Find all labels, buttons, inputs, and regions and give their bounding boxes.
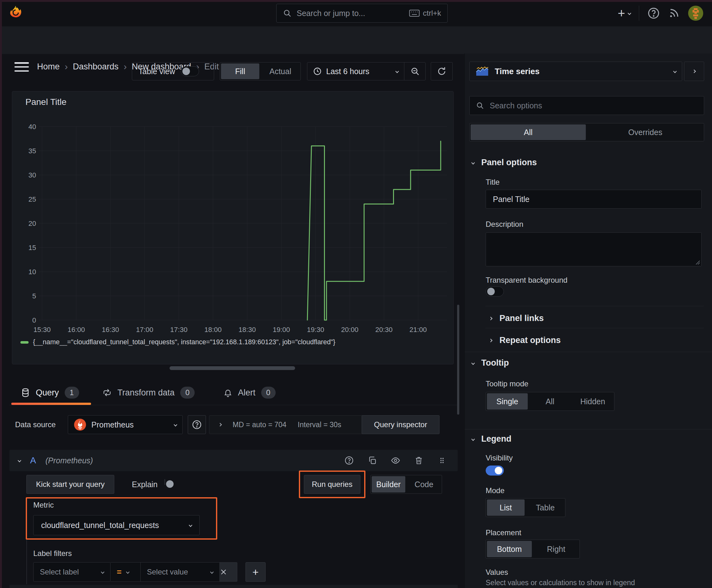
fill-option[interactable]: Fill — [221, 63, 259, 79]
grafana-edit-panel-page: Search or jump to... ctrl+k + Home › — [0, 0, 712, 588]
time-range-button[interactable]: Last 6 hours — [307, 67, 404, 76]
remove-filter-button[interactable] — [220, 562, 237, 582]
breadcrumb-home[interactable]: Home — [37, 62, 60, 71]
resize-handle-icon[interactable] — [695, 260, 700, 265]
toggle-visibility-icon[interactable] — [389, 454, 403, 467]
search-icon — [476, 102, 484, 110]
breadcrumb-dashboards[interactable]: Dashboards — [73, 62, 118, 71]
database-icon — [21, 387, 30, 398]
grafana-logo-icon[interactable] — [8, 5, 23, 20]
refresh-button[interactable] — [431, 62, 453, 80]
code-option[interactable]: Code — [407, 476, 441, 492]
chart-legend[interactable]: {__name__="cloudflared_tunnel_total_requ… — [20, 338, 335, 346]
select-value-dropdown[interactable]: Select value — [141, 562, 220, 582]
metric-select[interactable]: cloudflared_tunnel_total_requests — [33, 515, 200, 535]
panel-options-section-header[interactable]: Panel options — [472, 158, 537, 167]
tab-all[interactable]: All — [471, 124, 586, 140]
legend-section-header[interactable]: Legend — [472, 434, 511, 444]
chevron-down-icon — [174, 423, 177, 426]
global-search-input[interactable]: Search or jump to... ctrl+k — [276, 4, 448, 23]
datasource-help-button[interactable] — [188, 415, 206, 434]
title-label: Title — [486, 178, 499, 187]
search-options-input[interactable] — [490, 101, 697, 110]
add-filter-button[interactable]: + — [245, 562, 265, 582]
chevron-right-icon[interactable] — [218, 423, 222, 426]
svg-text:20:30: 20:30 — [375, 326, 392, 334]
keyboard-icon — [409, 9, 420, 17]
new-dashboard-button[interactable]: + — [618, 6, 631, 20]
window-edge-left — [0, 0, 2, 588]
placement-right-option[interactable]: Right — [534, 541, 579, 557]
metric-label: Metric — [33, 501, 54, 509]
svg-text:19:00: 19:00 — [273, 326, 290, 334]
visualization-select[interactable]: Time series — [469, 62, 682, 81]
transparent-background-toggle[interactable] — [486, 287, 504, 296]
chevron-down-icon — [628, 11, 631, 15]
query-datasource-hint: (Prometheus) — [45, 456, 333, 465]
legend-placement-switch: Bottom Right — [486, 540, 580, 559]
metric-value: cloudflared_tunnel_total_requests — [41, 521, 183, 530]
menu-hamburger-icon[interactable] — [15, 62, 29, 71]
tooltip-all-option[interactable]: All — [530, 393, 570, 410]
drag-handle-icon[interactable] — [435, 454, 449, 467]
svg-text:30: 30 — [28, 171, 36, 179]
chevron-right-icon — [489, 317, 492, 320]
builder-code-switch: Builder Code — [370, 475, 442, 494]
actual-option[interactable]: Actual — [261, 63, 300, 79]
legend-visibility-toggle[interactable] — [486, 465, 504, 476]
repeat-options-section[interactable]: Repeat options — [490, 335, 561, 345]
search-options-field[interactable] — [469, 96, 704, 115]
panel-links-section[interactable]: Panel links — [490, 313, 544, 323]
query-inspector-button[interactable]: Query inspector — [362, 415, 439, 434]
delete-query-icon[interactable] — [412, 454, 426, 467]
tooltip-hidden-option[interactable]: Hidden — [572, 393, 613, 410]
viz-suggestions-button[interactable] — [684, 62, 704, 81]
panel-title-input[interactable]: Panel Title — [486, 190, 702, 209]
svg-text:16:30: 16:30 — [102, 326, 119, 334]
svg-text:16:00: 16:00 — [67, 326, 85, 334]
datasource-select[interactable]: Prometheus — [68, 415, 183, 434]
tab-alert[interactable]: Alert 0 — [223, 383, 276, 403]
kick-start-query-button[interactable]: Kick start your query — [26, 475, 114, 494]
tab-transform-data[interactable]: Transform data 0 — [102, 383, 195, 403]
tab-query[interactable]: Query 1 — [21, 383, 79, 403]
topbar-divider — [639, 6, 639, 21]
chevron-down-icon — [471, 161, 475, 164]
vertical-scrollbar[interactable] — [457, 305, 459, 415]
tooltip-section-header[interactable]: Tooltip — [472, 358, 509, 368]
visibility-label: Visibility — [486, 454, 513, 462]
close-icon — [220, 568, 227, 576]
query-options-bar: MD = auto = 704 Interval = 30s Query ins… — [209, 415, 439, 434]
transform-icon — [102, 388, 112, 397]
duplicate-query-icon[interactable] — [365, 454, 379, 467]
svg-text:19:30: 19:30 — [307, 326, 324, 334]
select-label-dropdown[interactable]: Select label — [33, 562, 110, 582]
legend-list-option[interactable]: List — [487, 499, 524, 516]
tooltip-single-option[interactable]: Single — [487, 393, 528, 410]
query-help-icon[interactable] — [342, 454, 356, 467]
top-nav-bar: Search or jump to... ctrl+k + — [0, 0, 712, 26]
time-series-chart: 051015202530354015:3016:0016:3017:0017:3… — [12, 91, 454, 365]
query-row-header[interactable]: A (Prometheus) — [9, 450, 458, 471]
run-queries-button[interactable]: Run queries — [304, 475, 360, 494]
collapse-query-icon[interactable] — [18, 459, 21, 462]
operator-dropdown[interactable]: = — [110, 562, 141, 582]
chevron-down-icon — [471, 437, 475, 441]
tab-overrides[interactable]: Overrides — [588, 124, 703, 140]
svg-text:35: 35 — [28, 147, 36, 155]
user-avatar[interactable] — [688, 6, 703, 21]
placement-bottom-option[interactable]: Bottom — [487, 541, 532, 557]
legend-table-option[interactable]: Table — [526, 499, 564, 516]
zoom-out-button[interactable] — [404, 63, 425, 80]
panel-resize-handle[interactable] — [170, 366, 295, 370]
all-overrides-tabs: All Overrides — [469, 123, 704, 141]
explain-toggle[interactable] — [165, 479, 165, 485]
svg-text:15: 15 — [28, 244, 36, 252]
chevron-down-icon — [471, 361, 475, 365]
chevron-right-icon — [489, 339, 492, 342]
help-icon[interactable] — [647, 7, 660, 19]
description-textarea[interactable] — [486, 232, 702, 266]
table-view-toggle[interactable] — [181, 66, 199, 76]
builder-option[interactable]: Builder — [372, 476, 405, 492]
news-rss-icon[interactable] — [668, 7, 680, 19]
